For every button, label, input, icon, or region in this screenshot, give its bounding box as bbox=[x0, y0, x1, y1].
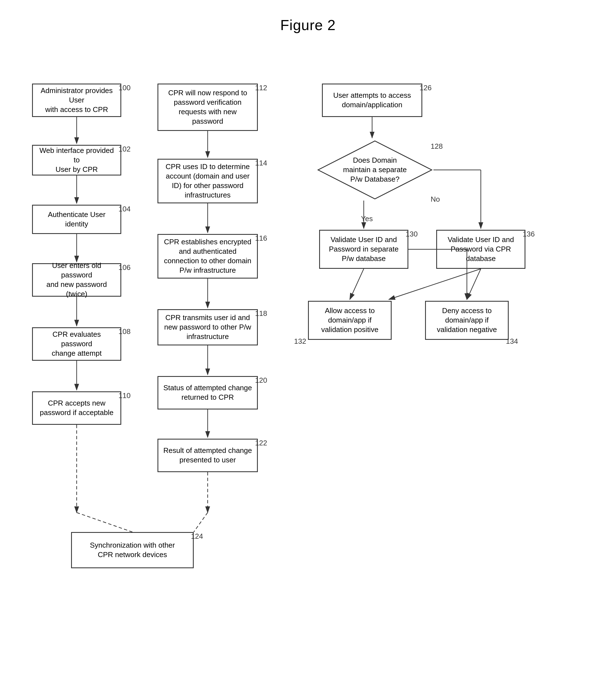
box-126: User attempts to accessdomain/applicatio… bbox=[322, 84, 422, 117]
box-124: Synchronization with otherCPR network de… bbox=[71, 532, 194, 568]
diamond-128: Does Domainmaintain a separateP/w Databa… bbox=[316, 139, 434, 201]
label-134: 134 bbox=[506, 337, 518, 346]
yes-label: Yes bbox=[361, 214, 373, 223]
label-112: 112 bbox=[255, 84, 267, 92]
label-116: 116 bbox=[255, 234, 267, 243]
label-130: 130 bbox=[405, 230, 418, 238]
label-120: 120 bbox=[255, 376, 267, 385]
svg-line-24 bbox=[467, 269, 481, 299]
svg-line-15 bbox=[194, 513, 208, 532]
box-114: CPR uses ID to determineaccount (domain … bbox=[157, 159, 258, 203]
box-116: CPR establishes encryptedand authenticat… bbox=[157, 234, 258, 278]
box-122: Result of attempted changepresented to u… bbox=[157, 439, 258, 472]
no-label: No bbox=[431, 195, 440, 204]
label-122: 122 bbox=[255, 439, 267, 447]
label-100: 100 bbox=[118, 84, 130, 92]
box-120: Status of attempted changereturned to CP… bbox=[157, 376, 258, 409]
diagram-area: Administrator provides Userwith access t… bbox=[15, 50, 601, 683]
label-114: 114 bbox=[255, 159, 267, 167]
label-108: 108 bbox=[118, 327, 130, 336]
label-104: 104 bbox=[118, 205, 130, 213]
label-126: 126 bbox=[419, 84, 432, 92]
svg-line-25 bbox=[76, 513, 132, 532]
label-128: 128 bbox=[431, 142, 443, 151]
label-136: 136 bbox=[523, 230, 535, 238]
box-104: Authenticate User identity bbox=[32, 205, 121, 234]
box-130: Validate User ID andPassword in separate… bbox=[319, 230, 408, 269]
label-118: 118 bbox=[255, 309, 267, 318]
label-110: 110 bbox=[118, 391, 130, 400]
box-134: Deny access todomain/app ifvalidation ne… bbox=[425, 301, 509, 340]
box-108: CPR evaluates passwordchange attempt bbox=[32, 327, 121, 361]
box-100: Administrator provides Userwith access t… bbox=[32, 84, 121, 117]
svg-line-20 bbox=[350, 269, 364, 299]
label-132: 132 bbox=[294, 337, 306, 346]
box-136: Validate User ID andPassword via CPRdata… bbox=[436, 230, 525, 269]
box-110: CPR accepts newpassword if acceptable bbox=[32, 391, 121, 425]
svg-line-23 bbox=[389, 269, 481, 299]
box-102: Web interface provided toUser by CPR bbox=[32, 145, 121, 176]
label-106: 106 bbox=[118, 263, 130, 272]
box-106: User enters old passwordand new password… bbox=[32, 263, 121, 297]
box-132: Allow access todomain/app ifvalidation p… bbox=[308, 301, 392, 340]
box-112: CPR will now respond topassword verifica… bbox=[157, 84, 258, 131]
box-118: CPR transmits user id andnew password to… bbox=[157, 309, 258, 345]
label-102: 102 bbox=[118, 145, 130, 154]
label-124: 124 bbox=[191, 532, 203, 541]
page-title: Figure 2 bbox=[0, 0, 616, 50]
diamond-text-128: Does Domainmaintain a separateP/w Databa… bbox=[340, 153, 410, 187]
